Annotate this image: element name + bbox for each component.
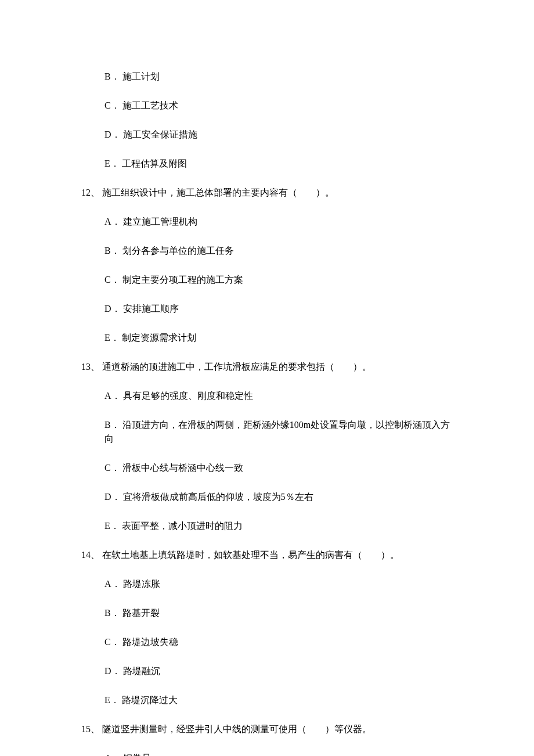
answer-option: B． 路基开裂 [104, 606, 453, 620]
option-text: 制定资源需求计划 [122, 333, 196, 343]
option-letter: E． [104, 333, 120, 343]
answer-option: A． 建立施工管理机构 [104, 215, 453, 229]
answer-option: A． 钢卷尺 [104, 751, 453, 756]
question-13: 13、 通道桥涵的顶进施工中，工作坑滑板应满足的要求包括（ ）。 [81, 360, 453, 374]
option-letter: B． [104, 246, 120, 255]
option-text: 沿顶进方向，在滑板的两侧，距桥涵外缘100m处设置导向墩，以控制桥涵顶入方向 [104, 420, 450, 444]
option-text: 划分各参与单位的施工任务 [122, 246, 234, 255]
option-letter: D． [104, 666, 121, 676]
option-text: 施工计划 [122, 71, 160, 81]
option-text: 施工安全保证措施 [123, 129, 197, 139]
question-stem: 通道桥涵的顶进施工中，工作坑滑板应满足的要求包括（ ）。 [102, 362, 371, 372]
question-15: 15、 隧道竖井测量时，经竖井引人中线的测量可使用（ ）等仪器。 [81, 722, 453, 736]
question-number: 14、 [81, 550, 100, 560]
answer-option: A． 路堤冻胀 [104, 577, 453, 591]
answer-option: C． 制定主要分项工程的施工方案 [104, 273, 453, 287]
answer-option: D． 施工安全保证措施 [104, 128, 453, 142]
answer-option: B． 划分各参与单位的施工任务 [104, 244, 453, 258]
question-number: 15、 [81, 724, 100, 734]
option-letter: E． [104, 521, 120, 531]
option-letter: C． [104, 637, 120, 647]
option-text: 建立施工管理机构 [123, 217, 197, 226]
option-letter: A． [104, 753, 121, 756]
option-text: 路堤边坡失稳 [122, 637, 178, 647]
answer-option: B． 沿顶进方向，在滑板的两侧，距桥涵外缘100m处设置导向墩，以控制桥涵顶入方… [104, 418, 453, 446]
option-letter: A． [104, 217, 121, 226]
answer-option: D． 宜将滑板做成前高后低的仰坡，坡度为5％左右 [104, 490, 453, 504]
answer-option: C． 滑板中心线与桥涵中心线一致 [104, 461, 453, 475]
option-text: 宜将滑板做成前高后低的仰坡，坡度为5％左右 [123, 492, 313, 502]
option-letter: E． [104, 159, 120, 168]
option-text: 路基开裂 [122, 608, 160, 618]
answer-option: D． 安排施工顺序 [104, 302, 453, 316]
answer-option: D． 路堤融沉 [104, 664, 453, 678]
option-letter: D． [104, 129, 121, 139]
option-text: 路堤融沉 [123, 666, 160, 676]
option-text: 表面平整，减小顶进时的阻力 [122, 521, 243, 531]
answer-option: C． 路堤边坡失稳 [104, 635, 453, 649]
option-letter: D． [104, 304, 121, 314]
option-letter: A． [104, 579, 121, 589]
option-text: 滑板中心线与桥涵中心线一致 [122, 463, 243, 473]
option-letter: B． [104, 420, 120, 430]
option-letter: B． [104, 71, 120, 81]
option-letter: C． [104, 100, 120, 110]
answer-option: E． 表面平整，减小顶进时的阻力 [104, 519, 453, 533]
question-12: 12、 施工组织设计中，施工总体部署的主要内容有（ ）。 [81, 186, 453, 200]
question-stem: 施工组织设计中，施工总体部署的主要内容有（ ）。 [102, 188, 334, 197]
question-number: 12、 [81, 188, 100, 197]
document-page: B． 施工计划 C． 施工工艺技术 D． 施工安全保证措施 E． 工程估算及附图… [0, 0, 534, 756]
option-text: 路堤沉降过大 [122, 695, 178, 705]
question-14: 14、 在软土地基上填筑路堤时，如软基处理不当，易产生的病害有（ ）。 [81, 548, 453, 562]
answer-option: B． 施工计划 [104, 70, 453, 84]
option-letter: C． [104, 275, 120, 285]
option-text: 路堤冻胀 [123, 579, 160, 589]
option-letter: A． [104, 391, 121, 401]
option-text: 钢卷尺 [123, 753, 151, 756]
question-number: 13、 [81, 362, 100, 372]
option-text: 施工工艺技术 [122, 100, 178, 110]
option-letter: C． [104, 463, 120, 473]
answer-option: E． 工程估算及附图 [104, 157, 453, 171]
option-text: 具有足够的强度、刚度和稳定性 [123, 391, 253, 401]
option-letter: B． [104, 608, 120, 618]
option-letter: D． [104, 492, 121, 502]
option-text: 工程估算及附图 [122, 159, 187, 168]
answer-option: C． 施工工艺技术 [104, 99, 453, 113]
question-stem: 隧道竖井测量时，经竖井引人中线的测量可使用（ ）等仪器。 [102, 724, 371, 734]
answer-option: A． 具有足够的强度、刚度和稳定性 [104, 389, 453, 403]
question-stem: 在软土地基上填筑路堤时，如软基处理不当，易产生的病害有（ ）。 [102, 550, 399, 560]
option-letter: E． [104, 695, 120, 705]
answer-option: E． 路堤沉降过大 [104, 693, 453, 707]
answer-option: E． 制定资源需求计划 [104, 331, 453, 345]
option-text: 制定主要分项工程的施工方案 [122, 275, 243, 285]
option-text: 安排施工顺序 [123, 304, 179, 314]
